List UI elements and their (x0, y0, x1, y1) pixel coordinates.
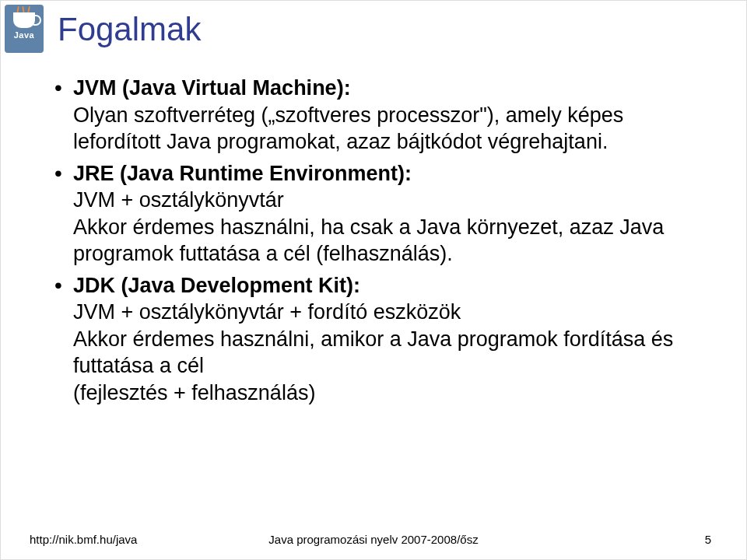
list-item: JDK (Java Development Kit): JVM + osztál… (54, 272, 710, 407)
item-text: JVM (Java Virtual Machine): Olyan szoftv… (73, 75, 710, 156)
item-rest: Olyan szoftverréteg („szoftveres process… (73, 103, 623, 154)
item-text: JDK (Java Development Kit): JVM + osztál… (73, 272, 710, 407)
logo-text: Java (14, 30, 34, 40)
item-rest: JVM + osztálykönyvtárAkkor érdemes haszn… (73, 188, 664, 265)
list-item: JRE (Java Runtime Environment): JVM + os… (54, 160, 710, 268)
bullet-icon (54, 75, 73, 156)
coffee-cup-icon (13, 12, 35, 28)
slide: Java Fogalmak JVM (Java Virtual Machine)… (0, 0, 747, 560)
bullet-icon (54, 160, 73, 268)
item-bold: JVM (Java Virtual Machine): (73, 76, 351, 100)
page-title: Fogalmak (58, 11, 201, 48)
java-logo: Java (5, 5, 44, 53)
item-text: JRE (Java Runtime Environment): JVM + os… (73, 160, 710, 268)
page-number: 5 (705, 533, 711, 546)
item-bold: JRE (Java Runtime Environment): (73, 162, 412, 185)
item-bold: JDK (Java Development Kit): (73, 274, 360, 297)
item-rest: JVM + osztálykönyvtár + fordító eszközök… (73, 300, 673, 404)
content-area: JVM (Java Virtual Machine): Olyan szoftv… (54, 75, 710, 411)
bullet-icon (54, 272, 73, 407)
list-item: JVM (Java Virtual Machine): Olyan szoftv… (54, 75, 710, 156)
footer-course: Java programozási nyelv 2007-2008/ősz (0, 533, 747, 546)
